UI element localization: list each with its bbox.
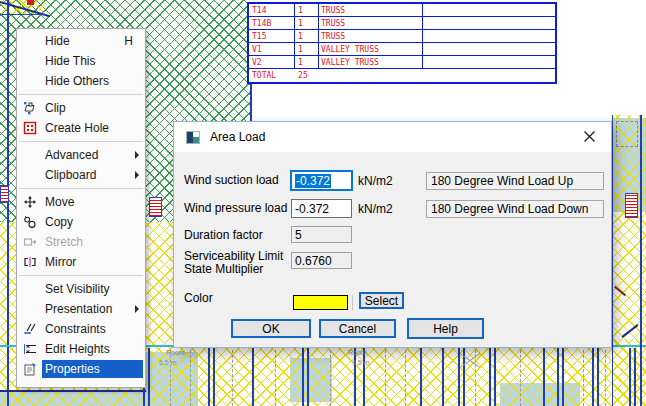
clip-icon <box>17 99 42 117</box>
cad-dashed-line <box>520 350 521 406</box>
menu-icon-slot <box>17 146 42 164</box>
menu-item-label: Mirror <box>45 255 76 269</box>
wind-pressure-unit: kN/m2 <box>358 202 393 216</box>
truss-qty-cell: 1 <box>295 30 319 42</box>
cad-line <box>629 348 631 406</box>
menu-item-label: Properties <box>45 362 100 376</box>
cad-line <box>543 348 545 406</box>
cad-line <box>634 348 636 406</box>
dialog-title: Area Load <box>210 130 265 144</box>
cad-line <box>420 348 422 406</box>
cancel-button[interactable]: Cancel <box>319 319 396 338</box>
menu-item-hide-others[interactable]: Hide Others <box>17 71 145 91</box>
menu-item-label: Clip <box>45 101 66 115</box>
menu-item-create-hole[interactable]: Create Hole <box>17 118 145 138</box>
truss-desc-cell: VALLEY TRUSS <box>319 56 423 68</box>
divider <box>352 295 353 310</box>
menu-separator <box>19 94 143 95</box>
truss-qty-cell: 1 <box>295 43 319 55</box>
cad-application-viewport: Room 5.5 m Room 9.5 m T14 1 TRUSS T14B 1… <box>0 0 646 406</box>
wind-suction-unit: kN/m2 <box>358 174 393 188</box>
cad-line <box>557 348 559 406</box>
menu-item-copy[interactable]: Copy <box>17 212 145 232</box>
cad-line <box>363 348 365 406</box>
menu-separator <box>19 275 143 276</box>
truss-mark-cell: V2 <box>249 56 295 68</box>
create-hole-icon <box>17 119 42 137</box>
ok-button[interactable]: OK <box>231 319 311 338</box>
menu-item-hide-this[interactable]: Hide This <box>17 51 145 71</box>
cad-line <box>494 348 496 406</box>
menu-item-label: Constraints <box>45 322 106 336</box>
wind-suction-value: -0.372 <box>295 174 331 188</box>
cad-line <box>213 348 215 406</box>
wind-pressure-label: Wind pressure load <box>184 202 290 215</box>
stretch-icon <box>17 233 42 251</box>
submenu-arrow-icon <box>135 151 139 159</box>
menu-item-stretch: Stretch <box>17 232 145 252</box>
menu-item-advanced[interactable]: Advanced <box>17 145 145 165</box>
wind-pressure-input[interactable]: -0.372 <box>291 199 352 218</box>
truss-desc-cell: VALLEY TRUSS <box>319 43 423 55</box>
help-button[interactable]: Help <box>407 318 484 339</box>
menu-item-label: Edit Heights <box>45 342 110 356</box>
cad-dashed-line <box>275 350 276 406</box>
menu-item-label: Stretch <box>45 235 83 249</box>
cad-line <box>252 348 254 406</box>
menu-item-set-visibility[interactable]: Set Visibility <box>17 279 145 299</box>
app-icon <box>186 131 200 144</box>
mirror-icon <box>17 253 42 271</box>
cad-red-marker <box>0 185 9 203</box>
cad-line <box>302 348 304 406</box>
wind-suction-input[interactable]: -0.372 <box>291 171 352 190</box>
menu-icon-slot <box>17 280 42 298</box>
room-dimension-label: 5.5 m <box>159 359 177 366</box>
menu-item-hide[interactable]: HideH <box>17 31 145 51</box>
menu-item-properties[interactable]: Properties <box>17 359 145 379</box>
wind-suction-description: 180 Degree Wind Load Up <box>426 172 604 190</box>
cad-dashed-line <box>605 350 606 406</box>
menu-icon-slot <box>17 300 42 318</box>
wind-suction-label: Wind suction load <box>184 174 290 187</box>
total-qty: 25 <box>276 70 308 81</box>
truss-empty-cell <box>423 56 555 68</box>
move-icon <box>17 193 42 211</box>
cad-dashed-line <box>385 350 386 406</box>
duration-factor-value: 5 <box>295 228 302 242</box>
select-button[interactable]: Select <box>359 292 404 309</box>
duration-factor-label: Duration factor <box>184 229 290 242</box>
cad-line <box>148 348 150 406</box>
menu-item-label: Hide This <box>45 54 95 68</box>
cad-line <box>597 348 599 406</box>
truss-qty-cell: 1 <box>295 56 319 68</box>
menu-item-constraints[interactable]: Constraints <box>17 319 145 339</box>
menu-item-clip[interactable]: Clip <box>17 98 145 118</box>
cad-line <box>442 348 444 406</box>
menu-item-mirror[interactable]: Mirror <box>17 252 145 272</box>
menu-item-move[interactable]: Move <box>17 192 145 212</box>
serviceability-field: 0.6760 <box>291 252 352 269</box>
dialog-titlebar[interactable]: Area Load <box>174 122 611 152</box>
constraints-icon <box>17 320 42 338</box>
table-row: T14 1 TRUSS <box>249 4 555 17</box>
table-row: V2 1 VALLEY TRUSS <box>249 56 555 69</box>
menu-shortcut: H <box>124 34 139 48</box>
menu-item-clipboard[interactable]: Clipboard <box>17 165 145 185</box>
duration-factor-field: 5 <box>291 226 352 243</box>
table-total-row: TOTAL 25 <box>249 69 555 82</box>
menu-item-presentation[interactable]: Presentation <box>17 299 145 319</box>
menu-item-label: Advanced <box>45 148 98 162</box>
cad-line <box>562 348 564 406</box>
cad-dashed-line <box>583 350 584 406</box>
cad-line <box>0 390 146 392</box>
truss-mark-cell: V1 <box>249 43 295 55</box>
close-icon[interactable] <box>571 122 607 151</box>
menu-item-label: Set Visibility <box>45 282 109 296</box>
menu-icon-slot <box>17 72 42 90</box>
serviceability-label: Serviceability Limit State Multiplier <box>184 250 290 276</box>
color-swatch[interactable] <box>293 295 348 310</box>
properties-icon <box>17 360 42 378</box>
menu-item-edit-heights[interactable]: Edit Heights <box>17 339 145 359</box>
cad-line <box>489 348 491 406</box>
menu-separator <box>19 141 143 142</box>
